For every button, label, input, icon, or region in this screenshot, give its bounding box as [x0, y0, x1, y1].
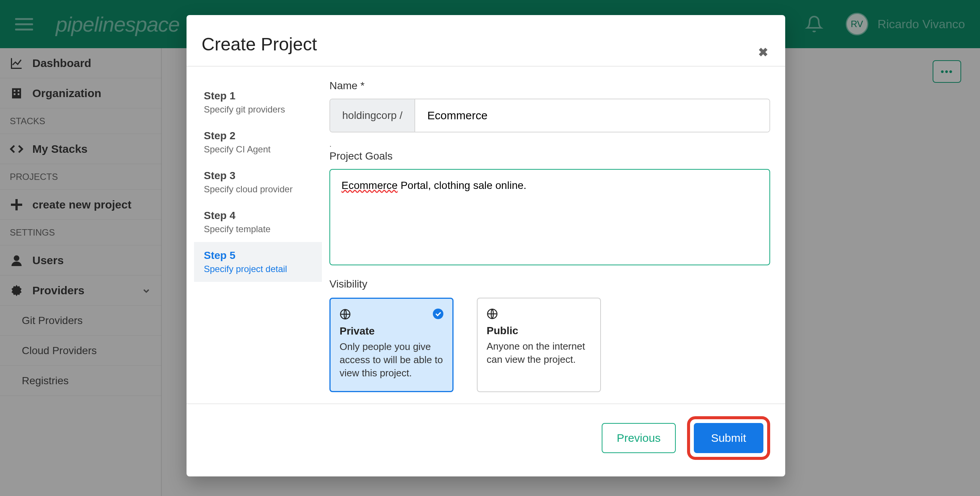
step-2[interactable]: Step 2Specify CI Agent [194, 122, 322, 162]
submit-highlight: Submit [687, 416, 770, 460]
tiny-label: . [329, 140, 770, 149]
step-1[interactable]: Step 1Specify git providers [194, 83, 322, 122]
project-name-input[interactable] [415, 99, 769, 132]
visibility-public-card[interactable]: Public Anyone on the internet can view t… [477, 298, 601, 392]
visibility-private-card[interactable]: Private Only people you give access to w… [329, 298, 453, 392]
wizard-steps: Step 1Specify git providers Step 2Specif… [186, 74, 322, 392]
modal-title: Create Project [202, 34, 770, 54]
previous-button[interactable]: Previous [602, 423, 676, 453]
step-4[interactable]: Step 4Specify template [194, 202, 322, 242]
goals-label: Project Goals [329, 150, 770, 162]
step-3[interactable]: Step 3Specify cloud provider [194, 162, 322, 202]
name-prefix: holdingcorp / [330, 99, 415, 132]
globe-icon [487, 308, 498, 319]
step-5[interactable]: Step 5Specify project detail [194, 242, 322, 282]
globe-icon [340, 309, 351, 320]
create-project-modal: Create Project ✖ Step 1Specify git provi… [186, 15, 785, 477]
visibility-label: Visibility [329, 278, 770, 290]
name-label: Name * [329, 80, 770, 92]
check-icon [433, 309, 443, 319]
close-icon[interactable]: ✖ [758, 45, 768, 59]
project-goals-input[interactable]: Ecommerce Portal, clothing sale online. [329, 169, 770, 265]
submit-button[interactable]: Submit [694, 423, 764, 453]
